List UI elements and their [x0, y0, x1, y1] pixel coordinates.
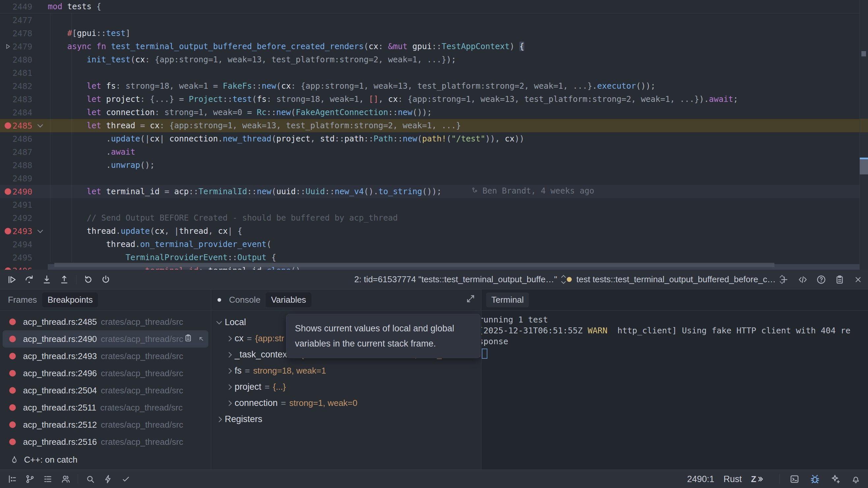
tab-variables[interactable]: Variables	[266, 292, 311, 307]
breakpoint-row[interactable]: acp_thread.rs:2485crates/acp_thread/src	[3, 313, 208, 331]
breakpoint-dot[interactable]	[5, 122, 11, 129]
variable-chevron[interactable]	[223, 337, 235, 341]
breakpoint-dot[interactable]	[9, 336, 16, 342]
log-breakpoint-button[interactable]	[184, 334, 192, 345]
fold-chevron-icon[interactable]	[37, 228, 43, 233]
step-over-button[interactable]	[24, 274, 35, 285]
language-selector[interactable]: Rust	[724, 474, 742, 484]
code-line[interactable]: 2478 #[gpui::test]	[0, 27, 868, 40]
code-line[interactable]: 2489	[0, 172, 868, 185]
variable-chevron[interactable]	[223, 369, 235, 373]
line-gutter[interactable]: 2478	[0, 29, 48, 38]
breakpoint-row[interactable]: acp_thread.rs:2490crates/acp_thread/src	[3, 331, 208, 347]
code-line[interactable]: 2480 init_test(cx: {app:strong=1, weak=1…	[0, 53, 868, 66]
code-line[interactable]: 2477	[0, 13, 868, 27]
breakpoint-row[interactable]: acp_thread.rs:2516crates/acp_thread/src	[3, 433, 208, 451]
variable-row[interactable]: connection=strong=1, weak=0	[211, 395, 481, 411]
tab-terminal[interactable]: Terminal	[486, 292, 529, 307]
breakpoint-dot[interactable]	[9, 370, 16, 377]
breakpoint-row[interactable]: acp_thread.rs:2496crates/acp_thread/src	[3, 365, 208, 382]
session-log-button[interactable]	[834, 274, 845, 285]
expand-panel-button[interactable]	[466, 294, 475, 306]
step-into-button[interactable]	[41, 274, 52, 285]
breakpoint-dot[interactable]	[5, 188, 11, 195]
breakpoint-dot[interactable]	[9, 353, 16, 360]
variable-row[interactable]: fs=strong=18, weak=1	[211, 363, 481, 379]
code-line[interactable]: 2481	[0, 66, 868, 80]
breakpoint-marker[interactable]	[4, 188, 12, 195]
line-gutter[interactable]: 2480	[0, 55, 48, 65]
fold-chevron-icon[interactable]	[37, 122, 43, 127]
vertical-scrollbar[interactable]	[860, 0, 868, 270]
line-gutter[interactable]: 2479	[0, 42, 48, 52]
line-gutter[interactable]: 2489	[0, 174, 48, 183]
run-test-button[interactable]	[4, 43, 12, 50]
line-gutter[interactable]: 2483	[0, 95, 48, 104]
continue-button[interactable]	[6, 274, 18, 285]
breakpoint-dot[interactable]	[9, 404, 16, 411]
line-gutter[interactable]: 2484	[0, 108, 48, 117]
code-line[interactable]: 2490 let terminal_id = acp::TerminalId::…	[0, 185, 868, 198]
cursor-position[interactable]: 2490:1	[687, 474, 714, 484]
breakpoint-row[interactable]: acp_thread.rs:2511crates/acp_thread/src	[3, 399, 208, 416]
code-line[interactable]: 2484 let connection: strong=1, weak=0 = …	[0, 106, 868, 119]
close-panel-button[interactable]	[853, 274, 863, 285]
line-gutter[interactable]: 2482	[0, 81, 48, 91]
breakpoint-dot[interactable]	[5, 228, 11, 234]
line-gutter[interactable]: 2481	[0, 68, 48, 78]
variable-chevron[interactable]	[223, 353, 235, 357]
exception-breakpoint-row[interactable]: C++: on catch	[0, 452, 78, 467]
tab-console[interactable]: Console	[224, 292, 266, 307]
line-gutter[interactable]: 2488	[0, 161, 48, 170]
variable-row[interactable]: Registers	[211, 411, 481, 427]
breakpoint-row[interactable]: acp_thread.rs:2504crates/acp_thread/src	[3, 382, 208, 399]
code-line[interactable]: 2482 let fs: strong=18, weak=1 = FakeFs:…	[0, 80, 868, 93]
new-session-button[interactable]	[779, 274, 789, 285]
line-gutter[interactable]: 2487	[0, 147, 48, 157]
edit-config-button[interactable]	[798, 274, 808, 285]
code-line[interactable]: 2494 thread.on_terminal_provider_event(	[0, 238, 868, 251]
tab-frames[interactable]: Frames	[3, 292, 42, 307]
line-gutter[interactable]: 2486	[0, 134, 48, 144]
breakpoint-row[interactable]: acp_thread.rs:2512crates/acp_thread/src	[3, 416, 208, 433]
code-line[interactable]: 2495 TerminalProviderEvent::Output {	[0, 251, 868, 264]
step-out-button[interactable]	[59, 274, 70, 285]
line-gutter[interactable]: 2495	[0, 253, 48, 262]
breakpoint-marker[interactable]	[4, 228, 12, 234]
test-dropdown[interactable]: test tests::test_terminal_output_buffere…	[567, 270, 784, 289]
line-gutter[interactable]: 2493	[0, 227, 48, 236]
debugger-toggle-button[interactable]	[809, 473, 820, 485]
goto-breakpoint-button[interactable]	[198, 334, 204, 344]
diagnostics-button[interactable]	[120, 473, 131, 485]
code-line[interactable]: 2479 async fn test_terminal_output_buffe…	[0, 40, 868, 53]
line-gutter[interactable]: 2490	[0, 187, 48, 197]
line-gutter[interactable]: 2477	[0, 16, 48, 25]
search-button[interactable]	[85, 473, 96, 485]
line-gutter[interactable]: 2492	[0, 213, 48, 223]
variable-chevron[interactable]	[223, 385, 235, 389]
code-line[interactable]: 2493 thread.update(cx, |thread, cx| {	[0, 225, 868, 238]
variable-row[interactable]: project={...}	[211, 379, 481, 395]
terminal-toggle-button[interactable]	[789, 473, 800, 485]
stop-button[interactable]	[100, 274, 112, 285]
assistant-button[interactable]	[830, 473, 841, 485]
line-gutter[interactable]: 2494	[0, 240, 48, 249]
line-gutter[interactable]: 2485	[0, 121, 48, 131]
code-line[interactable]: 2483 let project: {...} = Project::test(…	[0, 93, 868, 106]
breakpoint-dot[interactable]	[9, 422, 16, 428]
git-panel-button[interactable]	[24, 473, 36, 485]
help-button[interactable]	[816, 274, 827, 285]
project-panel-button[interactable]	[7, 473, 18, 485]
code-line[interactable]: 2492 // Send Output BEFORE Created - sho…	[0, 211, 868, 225]
variable-chevron[interactable]	[214, 418, 225, 422]
tab-breakpoints[interactable]: Breakpoints	[42, 292, 98, 307]
breakpoint-marker[interactable]	[4, 122, 12, 129]
code-line[interactable]: 2485 let thread = cx: {app:strong=1, wea…	[0, 119, 868, 132]
terminal-output[interactable]: running 1 test[2025-12-31T06:51:55Z WARN…	[482, 314, 868, 359]
scrollbar-thumb[interactable]	[860, 159, 868, 174]
code-line[interactable]: 2487 .await	[0, 145, 868, 159]
horizontal-scrollbar[interactable]	[54, 263, 774, 267]
edit-prediction-button[interactable]: Z	[751, 474, 764, 484]
code-line[interactable]: 2449mod tests {	[0, 0, 868, 13]
line-gutter[interactable]: 2496	[0, 266, 48, 270]
